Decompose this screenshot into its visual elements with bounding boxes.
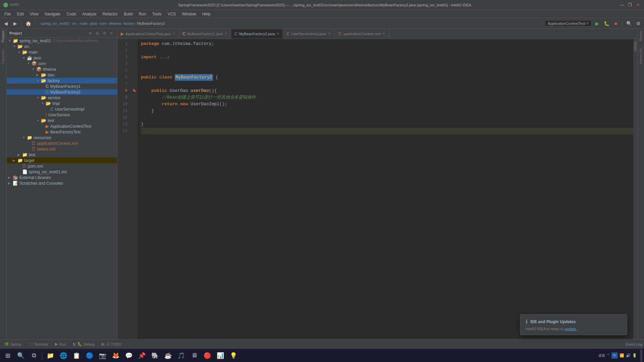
stop-button[interactable]: ■	[612, 19, 620, 27]
back-button[interactable]: ◀	[2, 19, 10, 27]
taskbar-volume[interactable]: 🔊	[626, 353, 631, 358]
run-config-dropdown[interactable]: ▾	[587, 21, 589, 25]
event-log-label[interactable]: Event Log	[626, 342, 642, 346]
tab-mybeanfactory1[interactable]: C MyBeanFactory1.java ✕	[179, 29, 231, 39]
tree-item-resources[interactable]: ▼ 📁 resources	[7, 135, 117, 140]
taskbar-edge[interactable]: 🌐	[57, 350, 69, 362]
taskbar-up-arrow[interactable]: ⌃	[607, 353, 610, 358]
taskbar-app4[interactable]: 🔵	[84, 350, 96, 362]
tree-item-mybeanfactory2[interactable]: ▶ C MyBeanFactory2	[7, 89, 117, 95]
tree-item-java[interactable]: ▼ ☕ java	[7, 55, 117, 61]
minimize-button[interactable]: —	[619, 2, 625, 8]
taskbar-app12[interactable]: 🖥	[188, 350, 200, 362]
menu-item-edit[interactable]: Edit	[14, 11, 26, 17]
tree-item-com[interactable]: ▼ 📦 com	[7, 61, 117, 66]
search-button[interactable]: 🔍	[15, 350, 27, 362]
tree-item-iml[interactable]: ▶ 📄 spring_ioc_test01.iml	[7, 169, 117, 175]
menu-item-refactor[interactable]: Refactor	[100, 11, 120, 17]
tree-item-appcontext-xml[interactable]: ▶ 🗒 applicationContext.xml	[7, 140, 117, 146]
tab-close-acxml[interactable]: ✕	[382, 32, 385, 36]
tree-item-bft[interactable]: ▶ ▶ BeanFactoryTest	[7, 129, 117, 135]
close-button[interactable]: ✕	[635, 2, 641, 8]
menu-item-code[interactable]: Code	[64, 11, 79, 17]
menu-item-navigate[interactable]: Navigate	[42, 11, 63, 17]
menu-item-window[interactable]: Window	[179, 11, 199, 17]
code-content[interactable]: package com.itheima.factory; import ...;…	[138, 39, 633, 339]
editor-scrollbar[interactable]	[633, 39, 637, 339]
breadcrumb-main[interactable]: main	[79, 21, 88, 25]
taskbar-app14[interactable]: 📊	[214, 350, 226, 362]
tree-item-userserviceimpl[interactable]: ▶ C UserServiceImpl	[7, 106, 117, 112]
menu-item-build[interactable]: Build	[121, 11, 136, 17]
panel-expand-button[interactable]: ⊞	[94, 30, 100, 36]
tree-item-userservice[interactable]: ▶ I UserService	[7, 112, 117, 118]
start-button[interactable]: ⊞	[2, 350, 14, 362]
tab-close-mf1[interactable]: ✕	[224, 32, 227, 36]
tab-close-usi[interactable]: ✕	[328, 32, 331, 36]
tree-item-ext-libs[interactable]: ▶ 📚 External Libraries	[7, 175, 117, 180]
breadcrumb-src[interactable]: src	[72, 21, 77, 25]
run-tab[interactable]: ▶ Run	[52, 341, 68, 347]
search-button[interactable]: 🔍	[625, 19, 633, 27]
run-button[interactable]: ▶	[593, 19, 601, 27]
menu-item-view[interactable]: View	[27, 11, 41, 17]
maven-tab-button[interactable]: Maven	[639, 31, 643, 42]
taskbar-app8[interactable]: 📌	[136, 350, 148, 362]
breadcrumb-file[interactable]: MyBeanFactory2	[137, 21, 165, 25]
forward-button[interactable]: ▶	[11, 19, 19, 27]
debug-button[interactable]: 🐛	[602, 19, 610, 27]
breadcrumb-com[interactable]: com	[100, 21, 107, 25]
tree-item-mybeanfactory1[interactable]: ▶ C MyBeanFactory1	[7, 83, 117, 89]
tree-item-scratches[interactable]: ▶ 📝 Scratches and Consoles	[7, 180, 117, 186]
taskbar-app6[interactable]: 🦊	[110, 350, 122, 362]
taskbar-app11[interactable]: 🎵	[175, 350, 187, 362]
settings-button[interactable]: ⚙	[634, 19, 642, 27]
panel-settings-button[interactable]: ⚙	[101, 30, 107, 36]
taskbar-network[interactable]: 📶	[620, 353, 624, 358]
tree-item-act[interactable]: ▶ ▶ ApplicationContextTest	[7, 123, 117, 129]
project-tab-button[interactable]: Project	[1, 31, 5, 42]
scrollbar-thumb[interactable]	[634, 41, 637, 51]
tab-close-act[interactable]: ✕	[172, 32, 175, 36]
notif-link[interactable]: update.	[565, 327, 577, 331]
taskbar-app9[interactable]: 🐘	[149, 350, 161, 362]
todo-tab[interactable]: 6: ☑ TODO	[99, 341, 124, 347]
home-button[interactable]: 🏠	[24, 19, 32, 27]
tree-item-root[interactable]: ▼ 📁 spring_ioc_test01 C:\Users\haohao\Sp…	[7, 38, 117, 44]
tree-item-beans-xml[interactable]: ▶ 🗒 beans.xml	[7, 146, 117, 152]
menu-item-tools[interactable]: Tools	[150, 11, 164, 17]
breadcrumb-itheima[interactable]: itheima	[109, 21, 121, 25]
menu-item-analyze[interactable]: Analyze	[79, 11, 99, 17]
menu-item-file[interactable]: File	[2, 11, 13, 17]
code-editor[interactable]: 1 2 3 4 5 6 7 8 9 10 11 12 13 14	[117, 39, 637, 339]
taskbar-app13[interactable]: 🔴	[201, 350, 213, 362]
hierarchy-tab-button[interactable]: Hierarchy	[639, 48, 643, 64]
taskbar-app15[interactable]: 💡	[227, 350, 239, 362]
tab-appcontext-xml[interactable]: 🗒 applicationContext.xml ✕	[334, 29, 389, 39]
menu-item-vcs[interactable]: VCS	[165, 11, 179, 17]
breadcrumb-java[interactable]: java	[90, 21, 97, 25]
menu-item-run[interactable]: Run	[136, 11, 149, 17]
tree-item-service[interactable]: ▼ 📂 service	[7, 95, 117, 101]
tree-item-itheima[interactable]: ▼ 📦 itheima	[7, 66, 117, 72]
breadcrumb-factory[interactable]: factory	[123, 21, 135, 25]
tree-item-src[interactable]: ▼ 📂 src	[7, 44, 117, 49]
debug-tab[interactable]: 5: 🐛 Debug	[70, 341, 97, 347]
tree-item-factory[interactable]: ▼ 📂 factory	[7, 78, 117, 83]
taskbar-explorer[interactable]: 📁	[44, 350, 56, 362]
taskbar-app5[interactable]: 📷	[97, 350, 109, 362]
tab-applicationcontexttest[interactable]: ▶ ApplicationContextTest.java ✕	[117, 29, 179, 39]
taskbar-app3[interactable]: 📋	[70, 350, 83, 362]
favorites-tab-button[interactable]: Favorites	[1, 49, 5, 64]
terminal-tab[interactable]: ⬛ Terminal	[25, 341, 51, 347]
show-desktop-button[interactable]	[640, 350, 642, 362]
tree-item-test[interactable]: ▼ 📂 test	[7, 118, 117, 123]
tree-item-test2[interactable]: ▶ 📁 test	[7, 152, 117, 158]
tree-item-pom[interactable]: ▶ 🗒 pom.xml	[7, 163, 117, 169]
taskbar-app10[interactable]: ☕	[162, 350, 174, 362]
taskbar-cn-ime[interactable]: 中	[611, 352, 618, 359]
taskbar-app7[interactable]: 💬	[123, 350, 135, 362]
maximize-button[interactable]: ❐	[627, 2, 633, 8]
tab-mybeanfactory2[interactable]: C MyBeanFactory2.java ✕	[231, 29, 283, 39]
tree-item-impl[interactable]: ▼ 📂 impl	[7, 101, 117, 106]
